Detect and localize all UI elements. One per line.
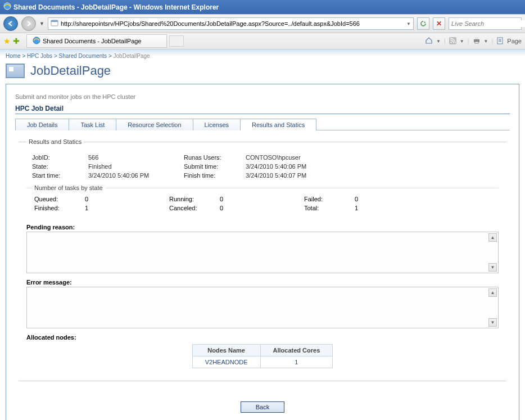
page-menu-label[interactable]: Page <box>507 38 522 44</box>
scroll-up-icon[interactable]: ▲ <box>488 233 497 242</box>
allocated-nodes-table: Nodes Name Allocated Cores V2HEADNODE 1 <box>192 344 333 368</box>
svg-rect-8 <box>475 42 478 43</box>
finished-label: Finished: <box>34 205 85 211</box>
favorites-star-icon[interactable]: ★ <box>3 37 11 46</box>
page-favicon <box>51 19 58 28</box>
nav-history-dropdown[interactable]: ▼ <box>39 21 44 26</box>
failed-value: 0 <box>355 196 422 202</box>
tab-task-list[interactable]: Task List <box>69 119 116 130</box>
table-row: V2HEADNODE 1 <box>192 356 333 368</box>
canceled-value: 0 <box>220 205 304 211</box>
tasks-legend: Number of tasks by state <box>32 184 105 191</box>
window-title-bar: Shared Documents - JobDetailPage - Windo… <box>0 0 525 14</box>
svg-point-3 <box>33 37 40 44</box>
panel-subtitle: Submit and monitor jobs on the HPC clust… <box>15 93 510 100</box>
page-header: JobDetailPage <box>6 64 519 78</box>
window-title: Shared Documents - JobDetailPage - Windo… <box>13 3 219 11</box>
tab-strip: Job Details Task List Resource Selection… <box>15 119 510 130</box>
tab-results-statics[interactable]: Results and Statics <box>241 119 316 131</box>
job-info-grid: JobID: 566 Runas Users: CONTOSO\hpcuser … <box>32 154 499 179</box>
allocated-label: Allocated nodes: <box>26 334 499 341</box>
add-favorites-icon[interactable]: ✚ <box>13 37 20 46</box>
tab-body: Results and Statics JobID: 566 Runas Use… <box>15 130 510 394</box>
cell-node-name: V2HEADNODE <box>192 356 260 368</box>
stop-button[interactable]: ✕ <box>433 17 445 30</box>
panel-heading: HPC Job Detail <box>15 105 510 112</box>
submit-label: Submit time: <box>184 163 246 170</box>
results-fieldset: Results and Statics JobID: 566 Runas Use… <box>19 138 506 372</box>
jobid-label: JobID: <box>32 154 88 161</box>
favorites-bar: ★ ✚ Shared Documents - JobDetailPage ▼ |… <box>0 33 525 49</box>
running-label: Running: <box>169 196 220 202</box>
svg-point-5 <box>450 42 451 43</box>
error-label: Error message: <box>26 279 499 286</box>
feeds-dropdown[interactable]: ▼ <box>460 39 464 44</box>
tasks-grid: Queued: 0 Running: 0 Failed: 0 Finished:… <box>34 196 499 211</box>
tasks-fieldset: Number of tasks by state Queued: 0 Runni… <box>26 184 499 217</box>
scroll-up-icon[interactable]: ▲ <box>488 288 497 297</box>
failed-label: Failed: <box>304 196 355 202</box>
tab-resource-selection[interactable]: Resource Selection <box>116 119 193 130</box>
pending-reason-box[interactable]: ▲ ▼ <box>26 232 499 273</box>
page-content: Home > HPC Jobs > Shared Documents > Job… <box>0 49 525 420</box>
home-dropdown[interactable]: ▼ <box>436 39 441 44</box>
total-label: Total: <box>304 205 355 211</box>
divider <box>19 381 506 381</box>
breadcrumb-home[interactable]: Home <box>6 53 21 59</box>
page-title: JobDetailPage <box>30 64 111 78</box>
address-dropdown[interactable]: ▼ <box>406 21 411 26</box>
breadcrumb: Home > HPC Jobs > Shared Documents > Job… <box>6 53 519 59</box>
tab-job-details[interactable]: Job Details <box>15 119 69 130</box>
page-menu-icon[interactable] <box>496 37 504 46</box>
table-header-row: Nodes Name Allocated Cores <box>192 345 333 356</box>
nav-bar: ▼ ▼ ✕ <box>0 14 525 33</box>
state-value: Finished <box>88 163 184 170</box>
nav-forward-button[interactable] <box>21 16 36 31</box>
svg-rect-2 <box>51 20 58 22</box>
feeds-icon[interactable] <box>449 37 456 46</box>
nav-back-button[interactable] <box>3 16 18 31</box>
breadcrumb-current: JobDetailPage <box>114 53 150 59</box>
scroll-down-icon[interactable]: ▼ <box>488 263 497 272</box>
refresh-button[interactable] <box>417 17 429 30</box>
results-legend: Results and Statics <box>26 138 84 145</box>
col-nodes-name: Nodes Name <box>192 345 260 356</box>
scroll-down-icon[interactable]: ▼ <box>488 318 497 327</box>
address-input[interactable] <box>61 20 406 27</box>
print-dropdown[interactable]: ▼ <box>484 39 488 44</box>
queued-label: Queued: <box>34 196 85 202</box>
runas-value: CONTOSO\hpcuser <box>246 154 341 161</box>
address-bar[interactable]: ▼ <box>48 17 414 30</box>
search-box[interactable] <box>449 17 522 30</box>
tab-licenses[interactable]: Licenses <box>193 119 241 130</box>
breadcrumb-shared-docs[interactable]: Shared Documents <box>59 53 107 59</box>
jobid-value: 566 <box>88 154 184 161</box>
print-icon[interactable] <box>473 37 481 46</box>
runas-label: Runas Users: <box>184 154 246 161</box>
cell-allocated-cores: 1 <box>260 356 333 368</box>
search-input[interactable] <box>451 20 525 27</box>
canceled-label: Canceled: <box>169 205 220 211</box>
total-value: 1 <box>355 205 422 211</box>
submit-value: 3/24/2010 5:40:06 PM <box>246 163 341 170</box>
state-label: State: <box>32 163 88 170</box>
finish-value: 3/24/2010 5:40:07 PM <box>246 172 341 179</box>
home-icon[interactable] <box>425 37 433 46</box>
start-value: 3/24/2010 5:40:06 PM <box>88 172 184 179</box>
ie-icon <box>3 2 11 12</box>
start-label: Start time: <box>32 172 88 179</box>
svg-rect-7 <box>475 38 478 39</box>
finish-label: Finish time: <box>184 172 246 179</box>
page-header-icon <box>6 64 25 78</box>
error-message-box[interactable]: ▲ ▼ <box>26 287 499 328</box>
new-tab-button[interactable] <box>169 35 184 47</box>
tab-title: Shared Documents - JobDetailPage <box>43 38 141 44</box>
back-button[interactable]: Back <box>241 401 284 413</box>
running-value: 0 <box>220 196 304 202</box>
tab-favicon <box>33 37 40 46</box>
queued-value: 0 <box>85 196 169 202</box>
breadcrumb-hpc-jobs[interactable]: HPC Jobs <box>27 53 52 59</box>
browser-tab[interactable]: Shared Documents - JobDetailPage <box>26 34 167 48</box>
pending-label: Pending reason: <box>26 224 499 231</box>
main-panel: Submit and monitor jobs on the HPC clust… <box>6 84 519 420</box>
